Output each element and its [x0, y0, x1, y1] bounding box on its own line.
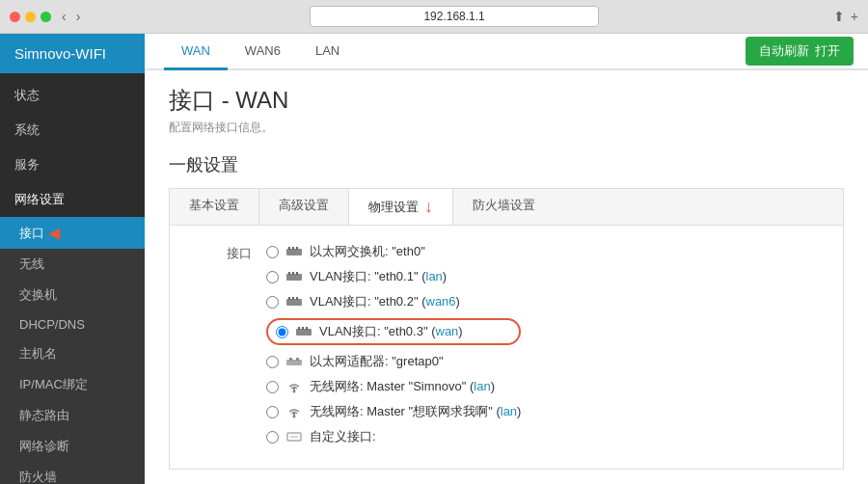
sidebar-item-status[interactable]: 状态 — [0, 78, 145, 113]
radio-wifi-custom-label: 无线网络: Master "想联网求我啊" (lan) — [310, 403, 521, 420]
back-button[interactable]: ‹ — [59, 9, 69, 24]
wan-link[interactable]: wan — [436, 324, 459, 338]
tab-physical-settings[interactable]: 物理设置 ↓ — [349, 189, 453, 225]
radio-wifi-custom[interactable] — [266, 406, 279, 418]
custom-interface-icon — [286, 431, 302, 443]
share-button[interactable]: ⬆ — [833, 9, 845, 24]
svg-rect-10 — [292, 297, 294, 300]
radio-gretap0-label: 以太网适配器: "gretap0" — [310, 353, 444, 370]
lan-link-3[interactable]: lan — [501, 404, 517, 418]
radio-vlan01[interactable] — [266, 271, 279, 283]
svg-rect-7 — [296, 272, 298, 275]
url-bar[interactable]: 192.168.1.1 — [310, 6, 599, 27]
svg-rect-1 — [288, 247, 290, 250]
sidebar-item-ipmac[interactable]: IP/MAC绑定 — [0, 369, 145, 400]
vlan-icon-3 — [296, 327, 312, 337]
svg-rect-9 — [288, 297, 290, 300]
top-bar: WAN WAN6 LAN 自动刷新 打开 — [145, 34, 868, 70]
radio-item-gretap0: 以太网适配器: "gretap0" — [266, 353, 521, 370]
network-switch-icon — [286, 247, 302, 257]
wan6-link[interactable]: wan6 — [426, 294, 456, 309]
svg-rect-14 — [302, 327, 304, 330]
sidebar-item-services[interactable]: 服务 — [0, 148, 145, 182]
new-tab-button[interactable]: + — [851, 9, 858, 24]
radio-item-eth0: 以太网交换机: "eth0" — [266, 243, 521, 260]
tab-wan6[interactable]: WAN6 — [228, 34, 298, 70]
svg-rect-11 — [296, 297, 298, 300]
eth-adapter-icon — [286, 357, 302, 367]
sidebar-item-network-diag[interactable]: 网络诊断 — [0, 431, 145, 462]
radio-vlan02-label: VLAN接口: "eth0.2" (wan6) — [310, 293, 460, 310]
radio-vlan03-label: VLAN接口: "eth0.3" (wan) — [319, 323, 463, 340]
svg-rect-18 — [296, 358, 299, 361]
page-content: 接口 - WAN 配置网络接口信息。 一般设置 基本设置 高级设置 物理设置 ↓… — [145, 70, 868, 484]
sidebar-item-system[interactable]: 系统 — [0, 113, 145, 148]
svg-rect-0 — [286, 249, 302, 255]
radio-wifi-simnovo[interactable] — [266, 381, 279, 393]
sidebar-item-network[interactable]: 网络设置 — [0, 182, 145, 217]
sidebar-item-firewall[interactable]: 防火墙 — [0, 462, 145, 484]
svg-point-19 — [293, 390, 296, 392]
minimize-button[interactable] — [25, 12, 36, 22]
svg-rect-15 — [306, 327, 308, 330]
radio-vlan01-label: VLAN接口: "eth0.1" (lan) — [310, 268, 447, 285]
tab-advanced-settings[interactable]: 高级设置 — [259, 189, 349, 225]
svg-rect-8 — [286, 299, 302, 306]
wifi-icon-1 — [286, 381, 302, 393]
auto-refresh-button[interactable]: 自动刷新 打开 — [746, 37, 854, 66]
sidebar-item-hostname[interactable]: 主机名 — [0, 338, 145, 369]
sidebar-item-interface[interactable]: 接口 ◀ — [0, 217, 145, 249]
svg-rect-5 — [288, 272, 290, 275]
sidebar-item-dhcp[interactable]: DHCP/DNS — [0, 310, 145, 338]
sidebar: Simnovo-WIFI 状态 系统 服务 网络设置 接口 ◀ 无线 交换机 D… — [0, 34, 145, 484]
radio-wifi-simnovo-label: 无线网络: Master "Simnovo" (lan) — [310, 378, 495, 395]
window-controls — [10, 12, 51, 22]
svg-rect-16 — [286, 360, 302, 365]
radio-vlan02[interactable] — [266, 296, 279, 309]
radio-item-vlan01: VLAN接口: "eth0.1" (lan) — [266, 268, 521, 285]
section-title: 一般设置 — [169, 153, 844, 176]
lan-link-1[interactable]: lan — [426, 269, 443, 283]
svg-rect-12 — [296, 329, 312, 336]
tab-wan[interactable]: WAN — [164, 34, 228, 70]
app-container: Simnovo-WIFI 状态 系统 服务 网络设置 接口 ◀ 无线 交换机 D… — [0, 34, 868, 484]
svg-point-20 — [293, 415, 296, 417]
radio-item-vlan02: VLAN接口: "eth0.2" (wan6) — [266, 293, 521, 310]
interface-label: 接口 — [189, 243, 266, 262]
radio-eth0[interactable] — [266, 246, 279, 258]
top-nav: WAN WAN6 LAN — [145, 34, 376, 68]
page-subtitle: 配置网络接口信息。 — [169, 120, 844, 136]
radio-vlan03[interactable] — [276, 326, 288, 338]
radio-gretap0[interactable] — [266, 356, 279, 368]
svg-rect-4 — [286, 274, 302, 281]
radio-custom[interactable] — [266, 431, 279, 444]
wifi-icon-2 — [286, 406, 302, 418]
vlan-icon-2 — [286, 297, 302, 308]
arrow-down-icon: ↓ — [424, 197, 433, 217]
maximize-button[interactable] — [41, 12, 51, 22]
nav-buttons: ‹ › — [59, 9, 83, 24]
svg-rect-6 — [292, 272, 294, 275]
lan-link-2[interactable]: lan — [474, 379, 490, 393]
tab-content: 接口 以太网交换机: "eth0" VLAN接口: "eth0.1" — [169, 226, 844, 470]
main-content: WAN WAN6 LAN 自动刷新 打开 接口 - WAN 配置网络接口信息。 … — [145, 34, 868, 484]
tab-firewall-settings[interactable]: 防火墙设置 — [453, 189, 555, 225]
svg-rect-13 — [298, 327, 300, 330]
sidebar-item-wireless[interactable]: 无线 — [0, 249, 145, 280]
app-title: Simnovo-WIFI — [0, 34, 145, 73]
forward-button[interactable]: › — [73, 9, 84, 24]
tab-basic-settings[interactable]: 基本设置 — [170, 189, 259, 225]
sidebar-item-switch[interactable]: 交换机 — [0, 280, 145, 310]
tab-lan[interactable]: LAN — [298, 34, 357, 70]
interface-form-row: 接口 以太网交换机: "eth0" VLAN接口: "eth0.1" — [189, 243, 824, 445]
radio-item-custom: 自定义接口: — [266, 428, 521, 445]
svg-rect-2 — [292, 247, 294, 250]
browser-chrome: ‹ › 192.168.1.1 ⬆ + — [0, 0, 868, 34]
svg-rect-17 — [289, 358, 292, 361]
sidebar-menu: 状态 系统 服务 网络设置 接口 ◀ 无线 交换机 DHCP/DNS 主机名 I… — [0, 73, 145, 484]
close-button[interactable] — [10, 12, 20, 22]
page-title: 接口 - WAN — [169, 85, 844, 116]
radio-item-vlan03: VLAN接口: "eth0.3" (wan) — [266, 318, 521, 345]
sidebar-item-static-route[interactable]: 静态路由 — [0, 400, 145, 431]
radio-item-wifi-simnovo: 无线网络: Master "Simnovo" (lan) — [266, 378, 521, 395]
